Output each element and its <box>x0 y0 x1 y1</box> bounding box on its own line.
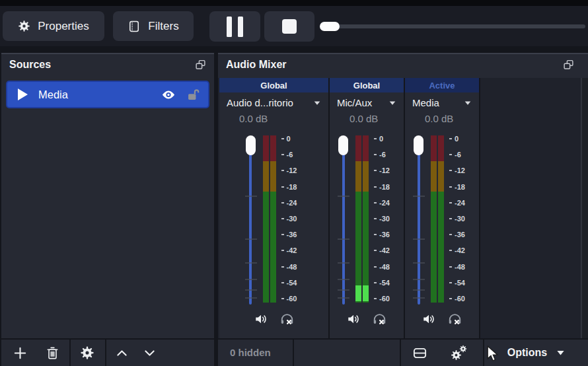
mute-speaker-icon[interactable] <box>254 312 268 326</box>
source-properties-gear-button[interactable] <box>80 346 94 360</box>
scrollbar[interactable] <box>581 78 588 338</box>
seek-slider-handle[interactable] <box>320 22 340 31</box>
remove-source-button[interactable] <box>45 346 60 361</box>
slider-tick <box>245 196 257 197</box>
add-source-button[interactable] <box>13 346 28 361</box>
scale-tick-label: -30 <box>281 215 297 223</box>
monitor-off-headphones-icon[interactable] <box>448 312 462 326</box>
move-source-down-button[interactable] <box>143 346 157 360</box>
meter-scale: 0-6-12-18-24-30-36-42-48-54-60 <box>374 135 395 303</box>
gear-icon <box>18 20 30 32</box>
slider-tick <box>413 238 425 240</box>
mute-speaker-icon[interactable] <box>422 312 437 326</box>
mixer-channels: Audio d...ritorio 0.0 dB <box>218 92 588 338</box>
scale-tick-label: -18 <box>449 183 465 191</box>
slider-tick <box>338 262 349 264</box>
scale-tick-label: -54 <box>449 279 465 287</box>
volume-slider-handle[interactable] <box>338 135 348 155</box>
visibility-eye-icon[interactable] <box>161 88 176 102</box>
obs-window: Properties Filters Sources Media <box>0 0 588 366</box>
slider-tick <box>413 196 425 197</box>
scale-tick-label: 0 <box>281 135 291 143</box>
play-icon <box>18 89 28 100</box>
sources-panel-header: Sources <box>1 54 214 75</box>
scale-tick-label: -30 <box>374 215 390 223</box>
slider-tick <box>245 289 257 291</box>
slider-tick <box>338 279 349 280</box>
level-meter <box>355 135 369 303</box>
properties-button-label: Properties <box>38 20 89 33</box>
channel-meter-group: 0-6-12-18-24-30-36-42-48-54-60 <box>414 135 470 306</box>
slider-tick <box>413 297 425 299</box>
volume-slider[interactable] <box>246 135 256 306</box>
advanced-audio-properties-button[interactable] <box>451 345 468 361</box>
filter-icon <box>128 20 141 33</box>
audio-mixer-panel: Audio Mixer Global Global Active Audio d… <box>218 53 588 366</box>
scale-tick-label: 0 <box>449 135 459 143</box>
scale-tick-label: -60 <box>449 295 465 303</box>
slider-tick <box>413 279 425 280</box>
scale-tick-label: -12 <box>449 166 465 174</box>
sources-panel-title: Sources <box>9 59 51 71</box>
channel-name: Audio d...ritorio <box>227 97 293 108</box>
top-toolbar: Properties Filters <box>0 6 588 46</box>
monitor-off-headphones-icon[interactable] <box>279 312 294 326</box>
level-meter-bar-right <box>438 135 444 303</box>
level-meter-bar-left <box>431 135 437 303</box>
pause-button[interactable] <box>209 11 260 42</box>
channel-name-dropdown[interactable]: Media <box>405 92 479 108</box>
unlock-icon[interactable] <box>186 88 200 102</box>
channel-name-dropdown[interactable]: Audio d...ritorio <box>219 92 328 108</box>
channel-meter-group: 0-6-12-18-24-30-36-42-48-54-60 <box>246 135 303 306</box>
toolbar-separator <box>400 340 401 366</box>
source-item-media[interactable]: Media <box>6 81 209 108</box>
mouse-cursor <box>486 346 499 363</box>
slider-tick <box>245 279 257 280</box>
scale-tick-label: -24 <box>374 199 390 207</box>
channel-meter-group: 0-6-12-18-24-30-36-42-48-54-60 <box>338 135 395 306</box>
volume-slider-handle[interactable] <box>414 135 423 155</box>
channel-name: Mic/Aux <box>337 97 372 108</box>
channel-buttons <box>254 312 294 326</box>
channel-buttons <box>347 312 387 326</box>
scale-tick-label: -48 <box>281 263 297 271</box>
mixer-layout-toggle-button[interactable] <box>412 346 427 361</box>
scale-tick-label: -6 <box>449 151 461 159</box>
scale-tick-label: -24 <box>281 199 297 207</box>
slider-tick <box>338 289 349 291</box>
gear-icon <box>459 345 467 353</box>
scale-tick-label: -48 <box>449 263 465 271</box>
filters-button[interactable]: Filters <box>113 11 194 41</box>
volume-slider[interactable] <box>414 135 423 306</box>
scale-tick-label: -42 <box>449 246 465 254</box>
mixer-tab-label: Active <box>429 81 455 91</box>
stop-button[interactable] <box>264 11 314 42</box>
volume-slider-handle[interactable] <box>246 135 256 155</box>
slider-tick <box>413 289 425 291</box>
scale-tick-label: -36 <box>281 231 297 238</box>
popout-icon[interactable] <box>563 59 574 70</box>
options-button[interactable]: Options <box>485 340 588 366</box>
toolbar-separator <box>105 340 106 366</box>
slider-tick <box>245 297 257 299</box>
mixer-tab-label: Global <box>353 81 380 91</box>
meter-active-level <box>355 285 361 301</box>
channel-name: Media <box>412 97 439 108</box>
seek-slider-track[interactable] <box>321 24 585 28</box>
options-button-label: Options <box>507 347 547 359</box>
monitor-off-headphones-icon[interactable] <box>373 312 387 326</box>
popout-icon[interactable] <box>195 59 206 70</box>
volume-slider[interactable] <box>338 135 348 306</box>
chevron-down-icon <box>388 100 396 106</box>
channel-name-dropdown[interactable]: Mic/Aux <box>330 92 404 108</box>
properties-button[interactable]: Properties <box>3 11 104 41</box>
sources-toolbar <box>1 338 214 366</box>
chevron-down-icon <box>556 349 566 357</box>
mixer-tabs: Global Global Active <box>218 78 588 92</box>
media-seek-slider[interactable] <box>320 22 585 31</box>
move-source-up-button[interactable] <box>115 346 129 360</box>
level-meter-bar-right <box>363 135 369 303</box>
hidden-count-label: 0 hidden <box>230 340 271 366</box>
mute-speaker-icon[interactable] <box>347 312 361 326</box>
scale-tick-label: -36 <box>449 231 465 238</box>
